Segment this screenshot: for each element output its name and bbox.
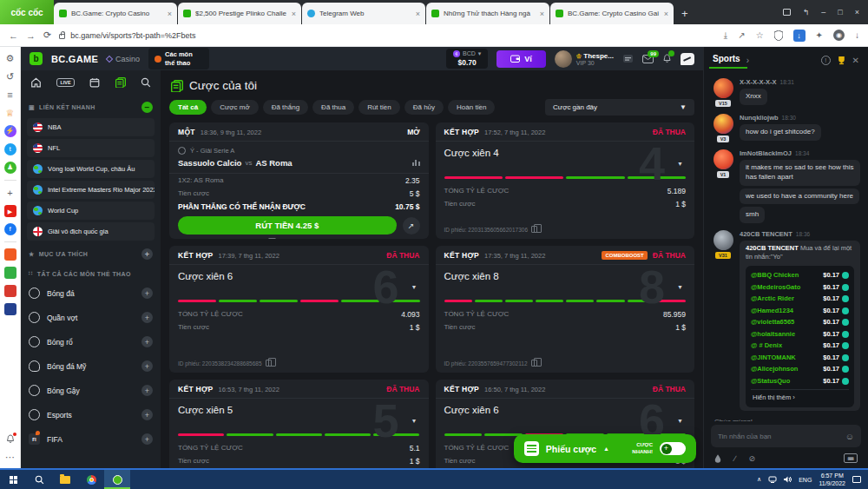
close-icon[interactable]: × [540, 10, 544, 18]
sidebar-item-am-football[interactable]: Bóng đá Mỹ+ [27, 355, 155, 377]
sidebar-item-cricket[interactable]: Bóng Gậy+ [27, 380, 155, 401]
bcgame-logo-icon[interactable]: b [30, 52, 43, 65]
chevron-right-icon[interactable]: › [746, 56, 749, 65]
tab-plinko[interactable]: $2,500 Prestige Plinko Challe× [178, 3, 301, 24]
feed-icon[interactable]: ≡ [4, 89, 16, 101]
sidebar-item-iem-rio[interactable]: Intel Extreme Masters Rio Major 2022 [27, 181, 155, 199]
language-indicator[interactable]: ENG [799, 477, 812, 483]
quests-icon[interactable] [622, 54, 634, 63]
avatar[interactable] [713, 230, 733, 250]
sidebar-item-soccer[interactable]: Bóng đá+ [27, 282, 155, 304]
add-favorite-button[interactable]: + [141, 248, 153, 260]
rain-tip-icon[interactable] [714, 454, 721, 463]
expand-button[interactable]: + [141, 287, 153, 299]
bookmark-star-icon[interactable]: ☆ [756, 30, 764, 40]
url-input[interactable]: bc.game/vi/sports?bt-path=%2Fbets [59, 31, 615, 40]
balance-selector[interactable]: ¢BCD▾ $0.70 [446, 49, 488, 69]
sidebar-item-basketball[interactable]: Bóng rổ+ [27, 331, 155, 353]
attachment-icon[interactable]: ⊘ [749, 454, 756, 463]
news-app-icon[interactable] [4, 303, 16, 315]
cashout-button[interactable]: RÚT TIỀN 4.25 $ [178, 216, 397, 235]
nav-casino[interactable]: Casino [107, 55, 140, 63]
more-icon[interactable]: ⋯ [4, 451, 16, 463]
tab-challenges[interactable]: Những Thử thách Hàng ngà× [426, 3, 549, 24]
twitter-icon[interactable]: t [4, 143, 16, 155]
file-explorer-icon[interactable] [52, 470, 78, 489]
facebook-icon[interactable]: f [4, 223, 16, 235]
sidebar-item-esports[interactable]: Esports+ [27, 404, 155, 426]
sidebar-item-fifa[interactable]: FIFIFA+ [27, 428, 155, 450]
recent-tabs-icon[interactable]: ↰ [803, 8, 810, 17]
reload-icon[interactable]: ⟳ [43, 30, 51, 41]
profile-avatar[interactable]: ◉ [833, 30, 845, 41]
tipped-user[interactable]: @BBQ Chicken [751, 271, 799, 280]
expand-button[interactable]: + [141, 336, 153, 347]
search-icon[interactable] [141, 77, 151, 88]
avatar[interactable] [713, 78, 733, 98]
stats-icon[interactable] [412, 160, 420, 166]
bet-card-combo[interactable]: KẾT HỢP 16:53, 7 thg 11, 2022 ĐÃ THUA Cư… [169, 380, 429, 468]
minimize-button[interactable]: – [821, 8, 825, 17]
bet-card-combo[interactable]: KẾT HỢP 17:39, 7 thg 11, 2022 ĐÃ THUA Cư… [169, 246, 429, 373]
mail-icon[interactable]: 99 [642, 55, 654, 63]
nav-sports[interactable]: Các môn thể thao [148, 48, 209, 69]
calendar-icon[interactable] [89, 77, 100, 88]
chat-tab-sports[interactable]: Sports [713, 54, 740, 67]
volume-icon[interactable] [784, 476, 792, 483]
chrome-icon[interactable] [78, 470, 104, 489]
youtube-icon[interactable]: ▶ [4, 205, 16, 217]
sidebar-item-national-league[interactable]: Giải vô địch quốc gia [27, 222, 155, 241]
sidebar-item-nba[interactable]: NBA [27, 118, 155, 136]
close-icon[interactable]: × [292, 10, 296, 18]
wallet-button[interactable]: Ví [496, 50, 546, 68]
live-icon[interactable]: LIVE [56, 78, 74, 87]
action-center-icon[interactable] [852, 476, 861, 483]
emoji-icon[interactable]: ☺ [845, 432, 854, 441]
brand-name[interactable]: BC.GAME [51, 54, 98, 64]
gear-icon[interactable]: ⚙ [4, 52, 16, 64]
chat-username[interactable]: X-X-X-X-X-X18:31 [740, 78, 860, 86]
network-icon[interactable] [768, 476, 777, 483]
share-bet-button[interactable]: ↗ [403, 217, 420, 235]
chat-rules-icon[interactable]: ! [821, 56, 831, 65]
garden-app-icon[interactable] [4, 285, 16, 297]
tab-bcgame[interactable]: BC.Game: Crypto Casino× [54, 3, 177, 24]
coccoc-taskbar-icon[interactable] [104, 470, 130, 489]
chat-toggle-icon[interactable] [681, 53, 694, 65]
sidebar-item-nfl[interactable]: NFL [27, 139, 155, 157]
chevron-down-icon[interactable]: ▼ [411, 284, 418, 290]
taskbar-search-icon[interactable] [26, 470, 52, 489]
avatar[interactable] [713, 149, 733, 169]
copy-icon[interactable] [531, 226, 537, 233]
filter-won[interactable]: Đã thắng [263, 100, 308, 115]
chat-username[interactable]: Nunqkliojwb18:30 [740, 114, 860, 122]
chat-command-icon[interactable]: ∕ [734, 454, 736, 463]
tipped-user[interactable]: @ # Denix [751, 341, 782, 350]
bet-card-combo-boost[interactable]: KẾT HỢP 17:35, 7 thg 11, 2022 COMBOBOOST… [436, 246, 695, 373]
tipped-user[interactable]: @StatusQuo [751, 377, 790, 386]
filter-lost[interactable]: Đã thua [312, 100, 354, 115]
downloads-tray-icon[interactable]: ↓ [855, 30, 859, 40]
tab-search-icon[interactable] [783, 9, 791, 16]
tipped-user[interactable]: @MedeirosGato [751, 283, 800, 292]
download-icon[interactable]: ↓ [793, 30, 806, 42]
chevron-down-icon[interactable]: ▼ [677, 161, 683, 167]
tipped-user[interactable]: @JINTOMANK [751, 354, 796, 362]
close-window-button[interactable]: × [855, 8, 859, 17]
taskbar-clock[interactable]: 6:57 PM 11/9/2022 [819, 472, 845, 487]
expand-button[interactable]: + [141, 409, 153, 420]
home-icon[interactable] [30, 77, 42, 88]
close-chat-icon[interactable]: ✕ [852, 56, 859, 65]
my-bets-icon[interactable] [115, 77, 126, 88]
add-shortcut-icon[interactable]: + [4, 187, 16, 199]
tab-telegram[interactable]: Telegram Web× [302, 3, 425, 24]
filter-cashout[interactable]: Rút tiền [358, 100, 400, 115]
betslip-button[interactable]: Phiếu cược ▲ CƯỢC NHANH! + [514, 434, 696, 463]
chevron-down-icon[interactable]: ▼ [677, 284, 683, 290]
chat-input-box[interactable]: ☺ [711, 425, 861, 447]
chat-username[interactable]: 420CB TENCENT18:36 [740, 230, 860, 238]
bet-card-single[interactable]: MỘT 18:36, 9 thg 11, 2022 MỞ Ý - Giải Se… [169, 122, 429, 239]
bell-icon[interactable] [662, 54, 672, 63]
sidebar-item-tennis[interactable]: Quần vợt+ [27, 307, 155, 328]
collapse-button[interactable]: − [141, 102, 153, 113]
